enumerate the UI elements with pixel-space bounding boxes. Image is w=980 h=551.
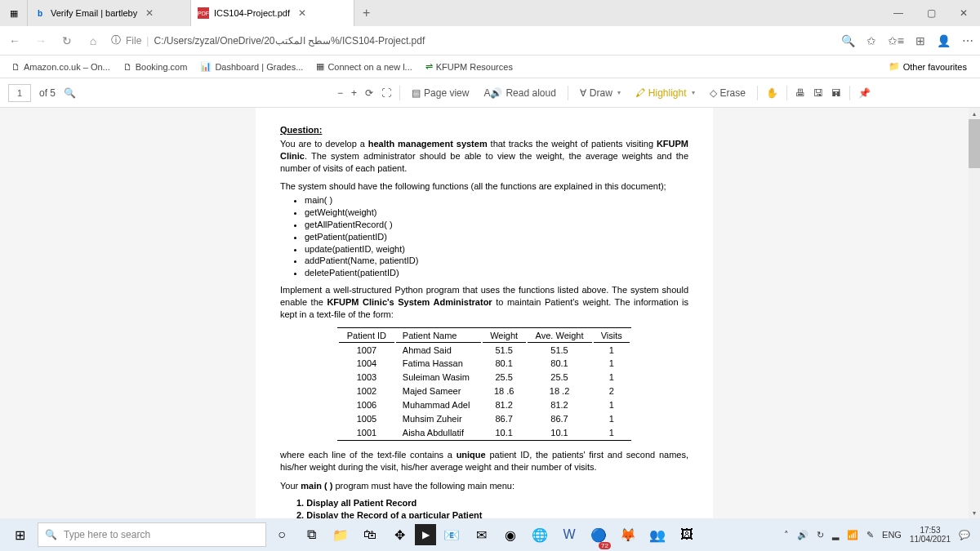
favorites-bar-icon[interactable]: ✩≡	[888, 34, 904, 47]
zoom-in[interactable]: +	[351, 87, 357, 99]
search-icon[interactable]: 🔍	[841, 34, 855, 47]
bookmark-connect[interactable]: ▦Connect on a new l...	[311, 61, 416, 72]
minimize-button[interactable]: —	[882, 0, 915, 26]
page-total: of 5	[39, 87, 56, 99]
url-field[interactable]: ⓘ File | C:/Users/zyzal/OneDrive/سطح الم…	[111, 33, 831, 47]
photo-icon[interactable]: 🖼	[673, 518, 701, 551]
read-aloud-button[interactable]: A🔊Read aloud	[480, 87, 559, 99]
new-tab-button[interactable]: +	[354, 6, 378, 20]
store-icon[interactable]: 🛍	[356, 518, 384, 551]
question-heading: Question:	[280, 124, 688, 136]
pdf-page: Question: You are to develop a health ma…	[256, 108, 713, 518]
clock[interactable]: 17:53 11/04/2021	[910, 526, 951, 544]
mail-icon[interactable]: ✉	[467, 518, 495, 551]
task-view-icon[interactable]: ⧉	[297, 518, 325, 551]
explorer-icon[interactable]: 📁	[327, 518, 354, 551]
address-bar: ← → ↻ ⌂ ⓘ File | C:/Users/zyzal/OneDrive…	[0, 26, 980, 56]
draw-button[interactable]: ∀Draw▾	[577, 87, 624, 99]
sync-icon[interactable]: ↻	[817, 530, 824, 540]
chevron-down-icon: ▾	[617, 89, 621, 96]
bookmark-booking[interactable]: 🗋Booking.com	[118, 62, 193, 72]
scroll-thumb[interactable]	[969, 119, 980, 168]
word-icon[interactable]: W	[555, 518, 583, 551]
intro-text: You are to develop a health management s…	[280, 138, 688, 175]
print-icon[interactable]: 🖶	[795, 87, 805, 99]
rotate-icon[interactable]: ⟳	[365, 87, 373, 99]
highlight-button[interactable]: 🖍Highlight▾	[632, 87, 698, 99]
scroll-down-icon[interactable]: ▾	[969, 507, 980, 518]
profile-icon[interactable]: 👤	[937, 34, 951, 47]
erase-button[interactable]: ◇Erase	[706, 87, 749, 99]
page-view-button[interactable]: ▤Page view	[408, 87, 472, 99]
battery-icon[interactable]: ▂	[832, 530, 839, 540]
read-aloud-icon: A🔊	[483, 87, 502, 99]
grid-icon: ▦	[316, 61, 324, 72]
favorite-icon[interactable]: ✩	[866, 34, 876, 47]
notifications-icon[interactable]: 💬	[959, 530, 970, 540]
bookmark-dashboard[interactable]: 📊Dashboard | Grades...	[195, 61, 308, 72]
tab-label: Verify Email | bartleby	[51, 8, 137, 18]
forward-button[interactable]: →	[33, 34, 49, 47]
pdf-toolbar: 1 of 5 🔍 − + ⟳ ⛶ ▤Page view A🔊Read aloud…	[0, 78, 980, 108]
page-icon: 🗋	[123, 62, 132, 72]
outlook-icon[interactable]: 📧	[438, 518, 466, 551]
app-icon[interactable]: ▶	[415, 524, 436, 545]
bartleby-favicon: b	[34, 7, 46, 19]
language-indicator[interactable]: ENG	[882, 530, 902, 540]
teams-icon[interactable]: 👥	[644, 518, 671, 551]
hand-icon[interactable]: ✋	[766, 87, 778, 99]
close-button[interactable]: ✕	[947, 0, 980, 26]
save-icon[interactable]: 🖫	[813, 87, 823, 99]
wifi-icon[interactable]: 📶	[847, 530, 858, 540]
cortana-icon[interactable]: ○	[268, 518, 296, 551]
titlebar: ▦ b Verify Email | bartleby ✕ PDF ICS104…	[0, 0, 980, 26]
patient-table: Patient ID Patient Name Weight Ave. Weig…	[337, 327, 631, 442]
menu-list: 1. Display all Patient Record 2. Display…	[296, 497, 688, 518]
chevron-up-icon[interactable]: ˄	[784, 530, 789, 540]
fit-icon[interactable]: ⛶	[381, 87, 391, 99]
pdf-viewport: Question: You are to develop a health ma…	[0, 108, 969, 518]
close-icon[interactable]: ✕	[298, 7, 306, 19]
firefox-icon[interactable]: 🦊	[614, 518, 642, 551]
search-placeholder: Type here to search	[64, 529, 150, 540]
url-scheme: File	[126, 35, 141, 47]
sound-icon[interactable]: 🔊	[797, 530, 808, 540]
start-button[interactable]: ⊞	[3, 518, 36, 551]
url-path: C:/Users/zyzal/OneDrive/سطح المكتب20%/IC…	[154, 35, 425, 47]
close-icon[interactable]: ✕	[145, 7, 154, 19]
chrome-icon[interactable]: ◉	[497, 518, 524, 551]
home-button[interactable]: ⌂	[85, 34, 101, 47]
main-intro: Your main ( ) program must have the foll…	[280, 480, 688, 492]
search-input[interactable]: 🔍 Type here to search	[38, 522, 266, 547]
page-number-input[interactable]: 1	[8, 84, 31, 102]
erase-icon: ◇	[710, 87, 717, 99]
refresh-button[interactable]: ↻	[59, 34, 75, 47]
tab-pdf[interactable]: PDF ICS104-Project.pdf ✕	[191, 0, 354, 26]
page-icon: 🗋	[11, 62, 20, 72]
maximize-button[interactable]: ▢	[915, 0, 947, 26]
bookmarks-bar: 🗋Amazon.co.uk – On... 🗋Booking.com 📊Dash…	[0, 56, 980, 78]
taskbar: ⊞ 🔍 Type here to search ○ ⧉ 📁 🛍 ✥ ▶ 📧 ✉ …	[0, 518, 980, 551]
bookmark-kfupm[interactable]: ⇌KFUPM Resources	[421, 61, 518, 72]
toolbar-right: 🔍 ✩ ✩≡ ⊞ 👤 ⋯	[841, 34, 973, 47]
app-badge-icon[interactable]: 🔵72	[585, 518, 612, 551]
vertical-scrollbar[interactable]: ▴ ▾	[969, 108, 980, 518]
search-icon[interactable]: 🔍	[64, 87, 76, 99]
tab-manager-icon[interactable]: ▦	[0, 0, 28, 26]
where-text: where each line of the text-file contain…	[280, 449, 688, 473]
other-favourites[interactable]: 📁Other favourites	[882, 61, 973, 72]
zoom-out[interactable]: −	[337, 87, 343, 99]
dropbox-icon[interactable]: ✥	[385, 518, 413, 551]
search-icon: 🔍	[45, 529, 57, 540]
scroll-up-icon[interactable]: ▴	[969, 108, 980, 119]
save-as-icon[interactable]: 🖬	[831, 87, 841, 99]
input-icon[interactable]: ✎	[866, 530, 874, 540]
back-button[interactable]: ←	[7, 34, 23, 47]
menu-icon[interactable]: ⋯	[962, 34, 973, 47]
bookmark-amazon[interactable]: 🗋Amazon.co.uk – On...	[7, 62, 115, 72]
collections-icon[interactable]: ⊞	[915, 34, 925, 47]
pin-icon[interactable]: 📌	[858, 87, 871, 99]
chevron-down-icon: ▾	[692, 89, 695, 96]
tab-bartleby[interactable]: b Verify Email | bartleby ✕	[28, 0, 191, 26]
edge-icon[interactable]: 🌐	[526, 518, 554, 551]
